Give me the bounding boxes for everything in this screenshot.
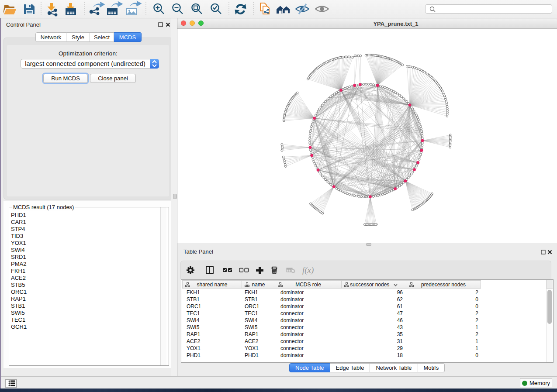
svg-text:f(x): f(x) bbox=[302, 265, 314, 275]
